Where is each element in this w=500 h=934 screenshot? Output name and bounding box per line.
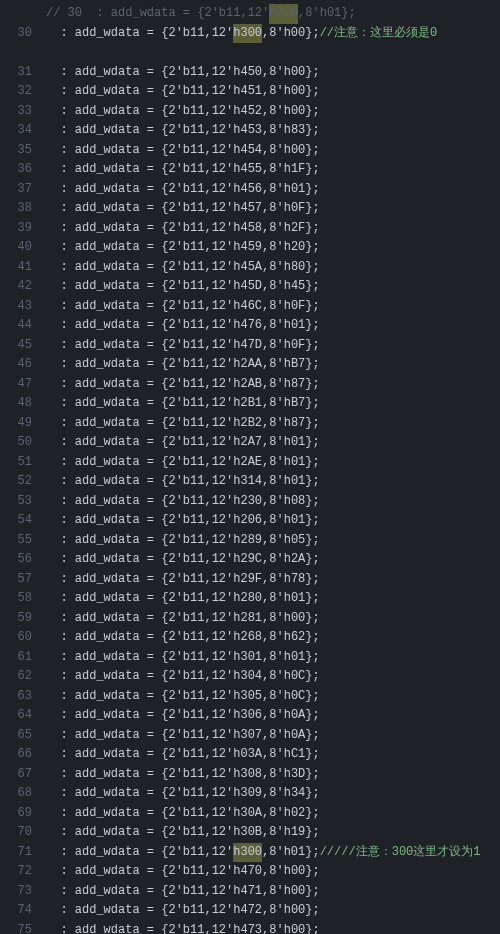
- code-line[interactable]: 45 : add_wdata = {2'b11,12'h47D,8'h0F};: [0, 336, 500, 356]
- line-number: 61: [8, 648, 32, 668]
- hex-value-1: h457: [233, 199, 262, 219]
- variable-name: add_wdata: [75, 414, 140, 434]
- code-line[interactable]: 47 : add_wdata = {2'b11,12'h2AB,8'h87};: [0, 375, 500, 395]
- code-line[interactable]: 52 : add_wdata = {2'b11,12'h314,8'h01};: [0, 472, 500, 492]
- line-number: [8, 4, 32, 24]
- blank-line: [0, 43, 500, 63]
- hex-value-1: h29F: [233, 570, 262, 590]
- hex-value-1: h450: [233, 63, 262, 83]
- hex-value-2: h0F: [284, 199, 306, 219]
- code-line[interactable]: 51 : add_wdata = {2'b11,12'h2AE,8'h01};: [0, 453, 500, 473]
- code-line[interactable]: 48 : add_wdata = {2'b11,12'h2B1,8'hB7};: [0, 394, 500, 414]
- code-line[interactable]: 34 : add_wdata = {2'b11,12'h453,8'h83};: [0, 121, 500, 141]
- code-line[interactable]: 61 : add_wdata = {2'b11,12'h301,8'h01};: [0, 648, 500, 668]
- code-line[interactable]: 35 : add_wdata = {2'b11,12'h454,8'h00};: [0, 141, 500, 161]
- line-number: 37: [8, 180, 32, 200]
- code-line[interactable]: 37 : add_wdata = {2'b11,12'h456,8'h01};: [0, 180, 500, 200]
- line-number: 60: [8, 628, 32, 648]
- hex-value-2: h01: [284, 589, 306, 609]
- code-line[interactable]: 38 : add_wdata = {2'b11,12'h457,8'h0F};: [0, 199, 500, 219]
- line-number: 45: [8, 336, 32, 356]
- hex-value-2: h78: [284, 570, 306, 590]
- code-line[interactable]: 73 : add_wdata = {2'b11,12'h471,8'h00};: [0, 882, 500, 902]
- variable-name: add_wdata: [75, 82, 140, 102]
- code-line[interactable]: 59 : add_wdata = {2'b11,12'h281,8'h00};: [0, 609, 500, 629]
- code-line[interactable]: 30 : add_wdata = {2'b11,12'h300,8'h00};/…: [0, 24, 500, 44]
- hex-value-1: h46C: [233, 297, 262, 317]
- code-line[interactable]: 69 : add_wdata = {2'b11,12'h30A,8'h02};: [0, 804, 500, 824]
- hex-value-2: h01: [284, 180, 306, 200]
- code-line[interactable]: 39 : add_wdata = {2'b11,12'h458,8'h2F};: [0, 219, 500, 239]
- code-line[interactable]: 65 : add_wdata = {2'b11,12'h307,8'h0A};: [0, 726, 500, 746]
- code-line[interactable]: 50 : add_wdata = {2'b11,12'h2A7,8'h01};: [0, 433, 500, 453]
- code-line[interactable]: 46 : add_wdata = {2'b11,12'h2AA,8'hB7};: [0, 355, 500, 375]
- code-line-comment[interactable]: // 30 : add_wdata = {2'b11,12'h300,8'h01…: [0, 4, 500, 24]
- hex-value-1: h47D: [233, 336, 262, 356]
- code-line[interactable]: 41 : add_wdata = {2'b11,12'h45A,8'h80};: [0, 258, 500, 278]
- line-number: 71: [8, 843, 32, 863]
- code-line[interactable]: 71 : add_wdata = {2'b11,12'h300,8'h01};/…: [0, 843, 500, 863]
- code-editor[interactable]: // 30 : add_wdata = {2'b11,12'h300,8'h01…: [0, 4, 500, 934]
- code-line[interactable]: 70 : add_wdata = {2'b11,12'h30B,8'h19};: [0, 823, 500, 843]
- code-line[interactable]: 33 : add_wdata = {2'b11,12'h452,8'h00};: [0, 102, 500, 122]
- variable-name: add_wdata: [75, 901, 140, 921]
- hex-value-2: h87: [284, 375, 306, 395]
- code-line[interactable]: 75 : add_wdata = {2'b11,12'h473,8'h00};: [0, 921, 500, 935]
- code-line[interactable]: 60 : add_wdata = {2'b11,12'h268,8'h62};: [0, 628, 500, 648]
- line-number: [8, 43, 32, 63]
- code-line[interactable]: 72 : add_wdata = {2'b11,12'h470,8'h00};: [0, 862, 500, 882]
- hex-value-2: h01: [284, 472, 306, 492]
- code-line[interactable]: 49 : add_wdata = {2'b11,12'h2B2,8'h87};: [0, 414, 500, 434]
- variable-name: add_wdata: [75, 24, 140, 44]
- code-line[interactable]: 53 : add_wdata = {2'b11,12'h230,8'h08};: [0, 492, 500, 512]
- variable-name: add_wdata: [75, 882, 140, 902]
- code-line[interactable]: 54 : add_wdata = {2'b11,12'h206,8'h01};: [0, 511, 500, 531]
- code-line[interactable]: 64 : add_wdata = {2'b11,12'h306,8'h0A};: [0, 706, 500, 726]
- code-line[interactable]: 58 : add_wdata = {2'b11,12'h280,8'h01};: [0, 589, 500, 609]
- variable-name: add_wdata: [75, 531, 140, 551]
- hex-value-1: h306: [233, 706, 262, 726]
- hex-value-2: h00: [284, 862, 306, 882]
- code-line[interactable]: 31 : add_wdata = {2'b11,12'h450,8'h00};: [0, 63, 500, 83]
- hex-value-2: h00: [284, 882, 306, 902]
- code-line[interactable]: 67 : add_wdata = {2'b11,12'h308,8'h3D};: [0, 765, 500, 785]
- hex-value-1: h458: [233, 219, 262, 239]
- hex-value-2: h80: [284, 258, 306, 278]
- hex-value-1: h2AB: [233, 375, 262, 395]
- hex-value-2: h00: [284, 141, 306, 161]
- code-line[interactable]: 32 : add_wdata = {2'b11,12'h451,8'h00};: [0, 82, 500, 102]
- line-number: 53: [8, 492, 32, 512]
- hex-value-2: hB7: [284, 394, 306, 414]
- inline-comment: /////注意：300这里才设为1: [320, 843, 481, 863]
- code-line[interactable]: 44 : add_wdata = {2'b11,12'h476,8'h01};: [0, 316, 500, 336]
- code-line[interactable]: 63 : add_wdata = {2'b11,12'h305,8'h0C};: [0, 687, 500, 707]
- code-line[interactable]: 68 : add_wdata = {2'b11,12'h309,8'h34};: [0, 784, 500, 804]
- hex-value-2: h2F: [284, 219, 306, 239]
- line-number: 73: [8, 882, 32, 902]
- code-line[interactable]: 57 : add_wdata = {2'b11,12'h29F,8'h78};: [0, 570, 500, 590]
- line-number: 48: [8, 394, 32, 414]
- variable-name: add_wdata: [75, 160, 140, 180]
- code-line[interactable]: 66 : add_wdata = {2'b11,12'h03A,8'hC1};: [0, 745, 500, 765]
- code-line[interactable]: 55 : add_wdata = {2'b11,12'h289,8'h05};: [0, 531, 500, 551]
- code-line[interactable]: 43 : add_wdata = {2'b11,12'h46C,8'h0F};: [0, 297, 500, 317]
- code-line[interactable]: 62 : add_wdata = {2'b11,12'h304,8'h0C};: [0, 667, 500, 687]
- code-line[interactable]: 40 : add_wdata = {2'b11,12'h459,8'h20};: [0, 238, 500, 258]
- line-number: 70: [8, 823, 32, 843]
- variable-name: add_wdata: [75, 453, 140, 473]
- code-line[interactable]: 74 : add_wdata = {2'b11,12'h472,8'h00};: [0, 901, 500, 921]
- hex-value-1: h471: [233, 882, 262, 902]
- line-number: 56: [8, 550, 32, 570]
- code-line[interactable]: 56 : add_wdata = {2'b11,12'h29C,8'h2A};: [0, 550, 500, 570]
- hex-value-2: h19: [284, 823, 306, 843]
- hex-value-2: h87: [284, 414, 306, 434]
- hex-value-1: h2AA: [233, 355, 262, 375]
- code-line[interactable]: 36 : add_wdata = {2'b11,12'h455,8'h1F};: [0, 160, 500, 180]
- code-line[interactable]: 42 : add_wdata = {2'b11,12'h45D,8'h45};: [0, 277, 500, 297]
- variable-name: add_wdata: [75, 706, 140, 726]
- hex-value-1: h459: [233, 238, 262, 258]
- line-number: 40: [8, 238, 32, 258]
- line-number: 66: [8, 745, 32, 765]
- line-number: 67: [8, 765, 32, 785]
- hex-value-1: h2A7: [233, 433, 262, 453]
